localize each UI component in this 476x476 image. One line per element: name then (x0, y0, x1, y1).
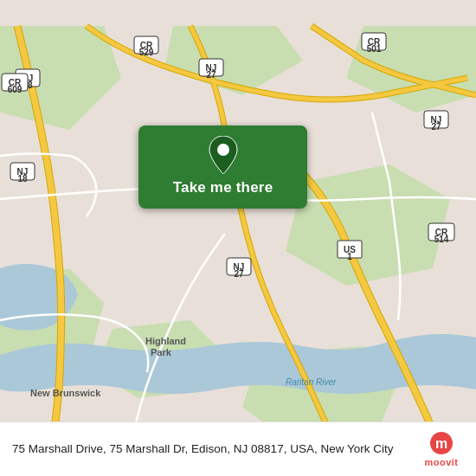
svg-text:529: 529 (139, 48, 154, 57)
svg-text:m: m (435, 436, 447, 451)
info-panel: 75 Marshall Drive, 75 Marshall Dr, Ediso… (0, 421, 476, 476)
map-background: NJ 18 NJ 18 NJ 27 NJ 27 NJ 27 US 1 CR (0, 0, 476, 476)
moovit-brand-text: moovit (424, 457, 458, 467)
svg-text:27: 27 (206, 70, 216, 80)
svg-text:18: 18 (17, 174, 28, 183)
svg-text:1: 1 (347, 252, 352, 261)
svg-text:New Brunswick: New Brunswick (30, 388, 101, 398)
svg-text:Raritan River: Raritan River (286, 377, 337, 387)
moovit-logo: m moovit (419, 431, 464, 467)
location-pin-icon (208, 136, 239, 174)
take-me-there-button[interactable]: Take me there (138, 125, 307, 209)
svg-text:Highland: Highland (145, 336, 186, 346)
map-container: NJ 18 NJ 18 NJ 27 NJ 27 NJ 27 US 1 CR (0, 0, 476, 476)
svg-text:Park: Park (151, 347, 172, 357)
moovit-m-icon: m (424, 431, 459, 455)
svg-point-42 (217, 144, 229, 156)
svg-text:609: 609 (8, 85, 23, 94)
address-text: 75 Marshall Drive, 75 Marshall Dr, Ediso… (12, 441, 419, 458)
svg-text:27: 27 (234, 269, 244, 279)
svg-text:514: 514 (434, 235, 449, 244)
svg-text:27: 27 (431, 122, 441, 132)
button-label: Take me there (173, 179, 273, 196)
svg-text:501: 501 (367, 44, 382, 54)
